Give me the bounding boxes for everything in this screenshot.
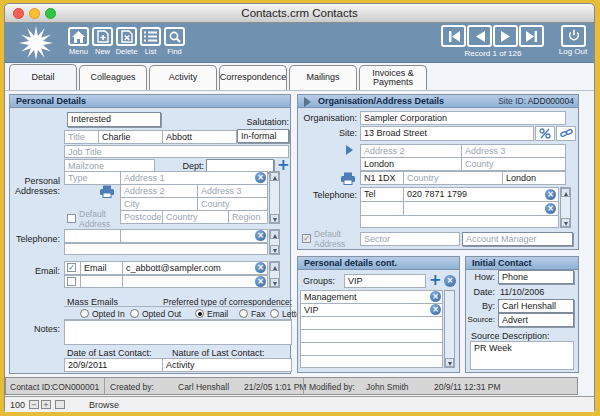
- pref-fax-radio[interactable]: [239, 309, 248, 318]
- first-record-button[interactable]: [441, 25, 466, 47]
- opted-in-radio[interactable]: [80, 309, 89, 318]
- tab-mailings[interactable]: Mailings: [289, 65, 357, 90]
- zoom-out-icon[interactable]: −: [29, 400, 39, 409]
- groups-scrollbar[interactable]: [444, 290, 455, 368]
- how-field[interactable]: Phone: [498, 270, 574, 284]
- tab-invoices-payments[interactable]: Invoices & Payments: [359, 65, 427, 90]
- groups-input[interactable]: VIP: [344, 274, 426, 288]
- delete-button[interactable]: Delete: [115, 27, 138, 56]
- org-county-field[interactable]: County: [461, 157, 566, 171]
- postcode-field[interactable]: Postcode: [120, 210, 163, 224]
- org-phone-scrollbar[interactable]: [560, 187, 571, 228]
- opted-out-radio[interactable]: [130, 309, 139, 318]
- delete-email-icon[interactable]: ×: [255, 262, 266, 273]
- by-field[interactable]: Carl Henshall: [498, 299, 574, 313]
- scroll-down-icon[interactable]: [561, 218, 570, 227]
- phone-type-field[interactable]: [64, 229, 121, 243]
- org-phone-type-field[interactable]: Tel: [360, 187, 404, 202]
- delete-org-phone2-icon[interactable]: ×: [545, 203, 556, 214]
- org-address3-field[interactable]: Address 3: [461, 144, 566, 158]
- site-field[interactable]: 13 Broad Street: [360, 126, 534, 141]
- phone-scrollbar[interactable]: [269, 229, 280, 255]
- delete-org-phone-icon[interactable]: ×: [545, 189, 556, 200]
- group-item-empty[interactable]: [300, 342, 443, 356]
- org-default-address-checkbox[interactable]: ✓: [302, 234, 311, 243]
- layout-mode-icon[interactable]: [55, 400, 65, 409]
- group-item[interactable]: VIP: [300, 303, 443, 317]
- find-button[interactable]: Find: [163, 27, 186, 56]
- org-phone3-field[interactable]: [360, 215, 559, 228]
- source-field[interactable]: Advert: [498, 313, 574, 327]
- scroll-down-icon[interactable]: [270, 214, 279, 223]
- menu-button[interactable]: Menu: [67, 27, 90, 56]
- list-button[interactable]: List: [139, 27, 162, 56]
- address-type-field[interactable]: Type: [64, 171, 121, 185]
- job-title-field[interactable]: Job Title: [64, 145, 289, 158]
- previous-record-button[interactable]: [467, 25, 492, 47]
- zoom-in-icon[interactable]: +: [41, 400, 51, 409]
- nature-last-contact-field[interactable]: Activity: [162, 358, 292, 372]
- email-scrollbar[interactable]: [269, 261, 280, 288]
- org-phone2-type-field[interactable]: [360, 201, 404, 216]
- scroll-down-icon[interactable]: [270, 245, 279, 254]
- title-field[interactable]: Title: [64, 130, 99, 144]
- pref-letter-radio[interactable]: [270, 309, 279, 318]
- last-record-button[interactable]: [519, 25, 544, 47]
- salutation-dropdown[interactable]: In-formal: [237, 129, 289, 143]
- sector-field[interactable]: Sector: [360, 232, 460, 246]
- interested-dropdown[interactable]: Interested: [67, 112, 161, 127]
- org-city-field[interactable]: London: [360, 157, 462, 171]
- group-item[interactable]: Management: [300, 290, 443, 304]
- organisation-field[interactable]: Sampler Corporation: [360, 111, 566, 125]
- tab-activity[interactable]: Activity: [149, 65, 217, 90]
- email-address-field[interactable]: c_abbott@sampler.com: [122, 261, 268, 275]
- site-link-button[interactable]: [556, 126, 576, 141]
- print-org-address-icon[interactable]: [340, 172, 356, 185]
- phone-row2-field[interactable]: [64, 243, 268, 255]
- email2-address-field[interactable]: [122, 275, 268, 288]
- print-address-icon[interactable]: [99, 185, 115, 198]
- group-item-empty[interactable]: [300, 329, 443, 343]
- date-last-contact-field[interactable]: 20/9/2011: [64, 358, 163, 372]
- group-item-empty[interactable]: [300, 355, 443, 368]
- org-phone2-number-field[interactable]: [403, 201, 559, 216]
- clear-group-icon[interactable]: ×: [444, 275, 456, 287]
- city-field[interactable]: City: [120, 197, 198, 211]
- scroll-down-icon[interactable]: [445, 358, 454, 367]
- org-region-field[interactable]: London: [502, 171, 566, 185]
- county-field[interactable]: County: [197, 197, 268, 211]
- email-type-field[interactable]: Email: [80, 261, 123, 275]
- org-postcode-field[interactable]: N1 1DX: [360, 171, 404, 185]
- scroll-up-icon[interactable]: [270, 262, 279, 271]
- email2-default-checkbox[interactable]: [67, 277, 76, 286]
- email2-type-field[interactable]: [80, 275, 123, 288]
- phone-number-field[interactable]: [120, 229, 268, 243]
- account-manager-field[interactable]: Account Manager: [462, 232, 573, 246]
- address3-field[interactable]: Address 3: [197, 184, 268, 198]
- delete-email2-icon[interactable]: ×: [255, 276, 266, 287]
- source-description-textarea[interactable]: PR Week: [470, 341, 574, 370]
- scroll-up-icon[interactable]: [561, 188, 570, 197]
- first-name-field[interactable]: Charlie: [98, 130, 163, 144]
- address1-field[interactable]: Address 1: [120, 171, 268, 185]
- delete-phone-icon[interactable]: ×: [255, 230, 266, 241]
- scroll-up-icon[interactable]: [270, 172, 279, 181]
- tab-correspondence[interactable]: Correspondence: [219, 65, 287, 90]
- org-country-field[interactable]: Country: [403, 171, 503, 185]
- scroll-down-icon[interactable]: [270, 278, 279, 287]
- delete-group-icon[interactable]: ×: [430, 291, 441, 302]
- address2-field[interactable]: Address 2: [120, 184, 198, 198]
- org-phone-number-field[interactable]: 020 7871 1799: [403, 187, 559, 202]
- org-address2-field[interactable]: Address 2: [360, 144, 462, 158]
- pref-email-radio[interactable]: [195, 309, 204, 318]
- scroll-up-icon[interactable]: [270, 230, 279, 239]
- tab-colleagues[interactable]: Colleagues: [79, 65, 147, 90]
- expand-panel-icon[interactable]: [304, 97, 311, 107]
- add-group-icon[interactable]: +: [429, 274, 442, 287]
- delete-group-icon[interactable]: ×: [430, 304, 441, 315]
- address-chevron-icon[interactable]: [346, 145, 353, 155]
- logout-button[interactable]: [561, 25, 586, 47]
- group-item-empty[interactable]: [300, 316, 443, 330]
- country-field[interactable]: Country: [162, 210, 229, 224]
- notes-textarea[interactable]: [64, 320, 292, 345]
